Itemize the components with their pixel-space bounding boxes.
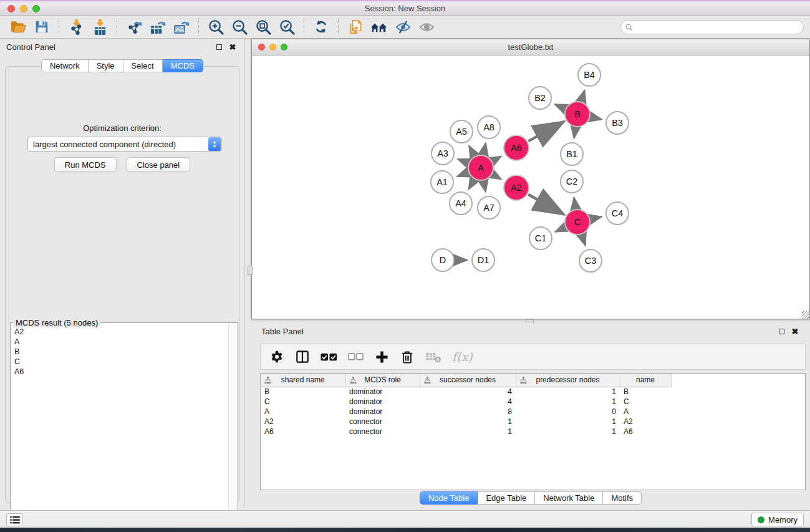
zoom-in-icon[interactable] [206,17,226,36]
table-cell[interactable]: A6 [261,427,345,437]
columns-icon[interactable] [295,349,310,365]
column-header-name[interactable]: name [620,374,671,387]
table-cell[interactable]: A [261,407,345,417]
result-item[interactable]: B [11,347,228,357]
open-session-icon[interactable] [8,17,28,36]
table-cell[interactable]: dominator [345,397,420,407]
table-cell[interactable]: connector [345,427,420,437]
export-image-icon[interactable] [171,17,191,36]
graph-node-b4[interactable]: B4 [577,63,601,87]
run-mcds-button[interactable]: Run MCDS [54,157,117,172]
table-cell[interactable]: C [620,397,671,407]
clone-network-icon[interactable] [345,17,365,36]
table-cell[interactable]: dominator [345,407,420,417]
delete-row-icon[interactable] [400,349,415,365]
select-all-icon[interactable] [321,349,337,365]
table-cell[interactable]: C [261,397,345,407]
column-header-successor-nodes[interactable]: successor nodes [420,374,516,387]
refresh-icon[interactable] [311,17,331,36]
graph-node-b1[interactable]: B1 [560,142,584,166]
task-history-button[interactable] [6,513,23,526]
close-panel-icon[interactable]: ✖ [228,42,238,52]
column-header-shared-name[interactable]: shared name [261,374,345,387]
result-item[interactable]: A6 [11,367,228,377]
table-cell[interactable]: 1 [516,397,620,407]
table-cell[interactable]: 1 [420,417,516,427]
graph-node-a1[interactable]: A1 [430,170,454,194]
graph-node-c3[interactable]: C3 [579,249,602,273]
table-cell[interactable]: 4 [420,397,516,407]
table-cell[interactable]: A2 [620,417,671,427]
graph-node-d1[interactable]: D1 [471,248,495,272]
resize-grip-icon[interactable] [802,311,809,319]
tab-network[interactable]: Network [41,59,89,72]
search-input[interactable] [635,23,803,32]
result-scrollbar[interactable] [228,323,238,532]
graph-node-c2[interactable]: C2 [560,170,584,193]
table-cell[interactable]: B [261,387,345,397]
export-network-icon[interactable] [124,17,144,36]
tab-mcds[interactable]: MCDS [163,59,203,72]
gear-icon[interactable] [269,349,284,365]
zoom-out-icon[interactable] [229,17,249,36]
tab-network-table[interactable]: Network Table [535,491,603,505]
graph-node-a5[interactable]: A5 [450,120,473,143]
graph-node-c1[interactable]: C1 [529,226,552,250]
optimization-criterion-select[interactable]: largest connected component (directed) ▲… [27,137,222,152]
zoom-window-button[interactable] [32,5,40,12]
add-row-icon[interactable] [374,349,389,365]
table-cell[interactable]: 4 [420,387,516,397]
export-table-icon[interactable] [148,17,168,36]
save-session-icon[interactable] [32,17,52,36]
graph-node-a8[interactable]: A8 [477,115,501,139]
close-panel-button[interactable]: Close panel [127,157,191,172]
table-cell[interactable]: B [620,387,671,397]
memory-button[interactable]: Memory [751,513,804,526]
table-cell[interactable]: 1 [420,427,516,437]
graph-node-a6[interactable]: A6 [503,135,529,161]
tab-edge-table[interactable]: Edge Table [478,491,535,505]
import-network-icon[interactable] [66,17,86,36]
graph-node-a7[interactable]: A7 [477,196,501,220]
float-panel-icon[interactable] [214,42,224,52]
graph-node-c[interactable]: C [564,209,591,235]
splitter-vertical-grip[interactable] [248,266,253,275]
table-cell[interactable]: dominator [345,387,420,397]
network-minimize-button[interactable] [269,44,276,51]
zoom-selected-icon[interactable] [277,17,297,36]
float-table-panel-icon[interactable] [776,326,786,336]
table-cell[interactable]: 1 [516,427,620,437]
table-row[interactable]: Cdominator41C [261,397,806,407]
network-canvas[interactable]: B4B2BB3A8A5A6A3B1AA1C2A2A4A7C4CC1C3DD1 [252,56,809,319]
network-close-button[interactable] [258,44,265,51]
tab-select[interactable]: Select [123,59,163,72]
table-cell[interactable]: A2 [261,417,345,427]
table-cell[interactable]: 8 [420,407,516,417]
table-cell[interactable]: A6 [620,427,671,437]
import-table-icon[interactable] [90,17,110,36]
hide-selected-icon[interactable] [393,17,413,36]
graph-node-a[interactable]: A [468,155,494,181]
graph-node-d[interactable]: D [431,248,455,272]
table-row[interactable]: A6connector11A6 [261,427,806,437]
result-item[interactable]: A [11,337,228,347]
tab-style[interactable]: Style [89,59,123,72]
table-cell[interactable]: 0 [516,407,620,417]
search-box[interactable] [620,20,804,34]
tab-node-table[interactable]: Node Table [420,491,478,505]
table-row[interactable]: Bdominator41B [261,387,806,397]
network-window-titlebar[interactable]: testGlobe.txt [252,39,809,56]
column-header-MCDS-role[interactable]: MCDS role [345,374,420,387]
table-cell[interactable]: connector [345,417,420,427]
table-row[interactable]: A2connector11A2 [261,417,806,427]
graph-node-b[interactable]: B [564,101,591,127]
minimize-window-button[interactable] [20,5,27,12]
graph-node-c4[interactable]: C4 [605,201,629,225]
column-header-predecessor-nodes[interactable]: predecessor nodes [516,374,620,387]
deselect-all-icon[interactable] [348,349,364,365]
table-cell[interactable]: 1 [516,387,620,397]
graph-node-b2[interactable]: B2 [528,86,552,110]
table-cell[interactable]: 1 [516,417,620,427]
network-zoom-button[interactable] [281,44,287,51]
graph-node-a4[interactable]: A4 [449,191,473,215]
